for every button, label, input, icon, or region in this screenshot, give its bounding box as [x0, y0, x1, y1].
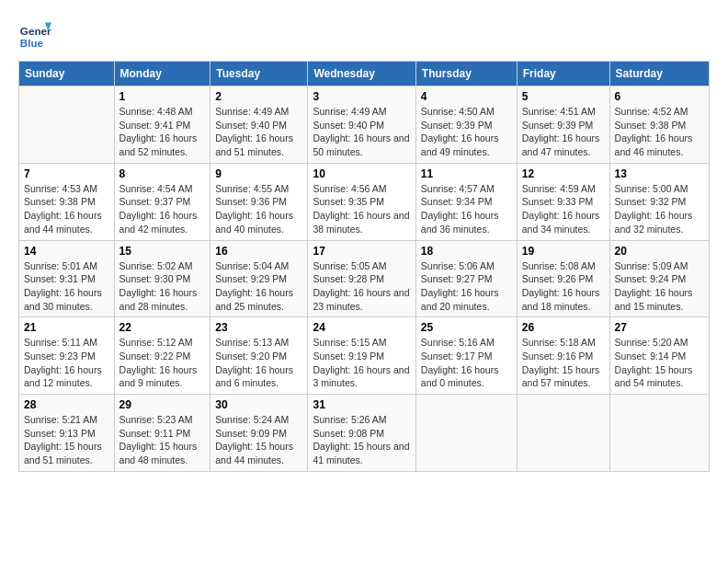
day-info: Sunrise: 5:23 AMSunset: 9:11 PMDaylight:… — [119, 413, 206, 467]
day-number: 11 — [421, 167, 512, 180]
day-info: Sunrise: 4:56 AMSunset: 9:35 PMDaylight:… — [313, 182, 410, 236]
calendar-cell: 15Sunrise: 5:02 AMSunset: 9:30 PMDayligh… — [114, 240, 210, 317]
day-info: Sunrise: 5:06 AMSunset: 9:27 PMDaylight:… — [421, 259, 512, 314]
day-number: 3 — [313, 90, 410, 103]
weekday-header: Sunday — [19, 62, 115, 86]
day-info: Sunrise: 4:55 AMSunset: 9:36 PMDaylight:… — [215, 182, 302, 236]
day-info: Sunrise: 5:08 AMSunset: 9:26 PMDaylight:… — [522, 259, 605, 314]
day-number: 1 — [119, 90, 206, 103]
calendar-cell: 12Sunrise: 4:59 AMSunset: 9:33 PMDayligh… — [517, 163, 609, 240]
svg-text:Blue: Blue — [20, 37, 44, 49]
day-number: 15 — [119, 245, 206, 258]
calendar-cell: 3Sunrise: 4:49 AMSunset: 9:40 PMDaylight… — [308, 86, 415, 164]
calendar-table: SundayMondayTuesdayWednesdayThursdayFrid… — [18, 61, 710, 472]
calendar-cell — [19, 86, 115, 164]
day-number: 21 — [24, 321, 109, 334]
day-info: Sunrise: 5:04 AMSunset: 9:29 PMDaylight:… — [215, 259, 302, 314]
day-number: 2 — [215, 90, 302, 103]
day-number: 6 — [615, 90, 704, 103]
weekday-header: Saturday — [609, 62, 709, 86]
day-info: Sunrise: 5:20 AMSunset: 9:14 PMDaylight:… — [615, 336, 704, 390]
day-number: 28 — [24, 398, 109, 411]
day-info: Sunrise: 4:54 AMSunset: 9:37 PMDaylight:… — [119, 182, 206, 236]
weekday-header: Wednesday — [308, 62, 415, 86]
calendar-cell: 22Sunrise: 5:12 AMSunset: 9:22 PMDayligh… — [114, 317, 210, 395]
logo: General Blue — [18, 18, 55, 52]
day-info: Sunrise: 5:00 AMSunset: 9:32 PMDaylight:… — [615, 182, 704, 236]
calendar-cell: 26Sunrise: 5:18 AMSunset: 9:16 PMDayligh… — [517, 317, 609, 395]
weekday-header: Friday — [517, 62, 609, 86]
calendar-cell: 17Sunrise: 5:05 AMSunset: 9:28 PMDayligh… — [308, 240, 415, 317]
calendar-cell — [517, 395, 609, 472]
day-info: Sunrise: 5:18 AMSunset: 9:16 PMDaylight:… — [522, 336, 605, 390]
day-info: Sunrise: 4:53 AMSunset: 9:38 PMDaylight:… — [24, 182, 109, 236]
day-number: 5 — [522, 90, 605, 103]
day-info: Sunrise: 4:59 AMSunset: 9:33 PMDaylight:… — [522, 182, 605, 236]
day-info: Sunrise: 5:15 AMSunset: 9:19 PMDaylight:… — [313, 336, 410, 390]
day-info: Sunrise: 4:57 AMSunset: 9:34 PMDaylight:… — [421, 182, 512, 236]
calendar-cell: 29Sunrise: 5:23 AMSunset: 9:11 PMDayligh… — [114, 395, 210, 472]
calendar-cell: 13Sunrise: 5:00 AMSunset: 9:32 PMDayligh… — [609, 163, 709, 240]
calendar-cell — [609, 395, 709, 472]
calendar-cell: 31Sunrise: 5:26 AMSunset: 9:08 PMDayligh… — [308, 395, 415, 472]
weekday-header: Monday — [114, 62, 210, 86]
day-info: Sunrise: 5:26 AMSunset: 9:08 PMDaylight:… — [313, 413, 410, 467]
day-info: Sunrise: 4:49 AMSunset: 9:40 PMDaylight:… — [215, 105, 302, 159]
calendar-cell: 7Sunrise: 4:53 AMSunset: 9:38 PMDaylight… — [19, 163, 115, 240]
day-info: Sunrise: 4:49 AMSunset: 9:40 PMDaylight:… — [313, 105, 410, 159]
calendar-cell: 28Sunrise: 5:21 AMSunset: 9:13 PMDayligh… — [19, 395, 115, 472]
calendar-cell: 1Sunrise: 4:48 AMSunset: 9:41 PMDaylight… — [114, 86, 210, 164]
weekday-header: Thursday — [415, 62, 517, 86]
day-number: 16 — [215, 245, 302, 258]
calendar-cell: 5Sunrise: 4:51 AMSunset: 9:39 PMDaylight… — [517, 86, 609, 164]
page-header: General Blue — [18, 18, 710, 52]
day-number: 22 — [119, 321, 206, 334]
calendar-cell: 11Sunrise: 4:57 AMSunset: 9:34 PMDayligh… — [415, 163, 517, 240]
day-number: 9 — [215, 167, 302, 180]
calendar-cell: 24Sunrise: 5:15 AMSunset: 9:19 PMDayligh… — [308, 317, 415, 395]
day-info: Sunrise: 5:05 AMSunset: 9:28 PMDaylight:… — [313, 259, 410, 314]
calendar-cell: 27Sunrise: 5:20 AMSunset: 9:14 PMDayligh… — [609, 317, 709, 395]
day-info: Sunrise: 5:24 AMSunset: 9:09 PMDaylight:… — [215, 413, 302, 467]
day-info: Sunrise: 5:11 AMSunset: 9:23 PMDaylight:… — [24, 336, 109, 390]
day-number: 19 — [522, 245, 605, 258]
day-info: Sunrise: 5:01 AMSunset: 9:31 PMDaylight:… — [24, 259, 109, 314]
day-info: Sunrise: 4:48 AMSunset: 9:41 PMDaylight:… — [119, 105, 206, 159]
day-info: Sunrise: 4:51 AMSunset: 9:39 PMDaylight:… — [522, 105, 605, 159]
day-number: 23 — [215, 321, 302, 334]
calendar-cell: 16Sunrise: 5:04 AMSunset: 9:29 PMDayligh… — [210, 240, 308, 317]
day-number: 31 — [313, 398, 410, 411]
day-info: Sunrise: 5:02 AMSunset: 9:30 PMDaylight:… — [119, 259, 206, 314]
day-info: Sunrise: 5:12 AMSunset: 9:22 PMDaylight:… — [119, 336, 206, 390]
weekday-header: Tuesday — [210, 62, 308, 86]
calendar-cell: 4Sunrise: 4:50 AMSunset: 9:39 PMDaylight… — [415, 86, 517, 164]
day-number: 30 — [215, 398, 302, 411]
day-info: Sunrise: 5:13 AMSunset: 9:20 PMDaylight:… — [215, 336, 302, 390]
logo-icon: General Blue — [18, 18, 51, 52]
day-number: 24 — [313, 321, 410, 334]
day-number: 14 — [24, 245, 109, 258]
day-number: 26 — [522, 321, 605, 334]
calendar-cell: 20Sunrise: 5:09 AMSunset: 9:24 PMDayligh… — [609, 240, 709, 317]
day-info: Sunrise: 4:52 AMSunset: 9:38 PMDaylight:… — [615, 105, 704, 159]
day-number: 17 — [313, 245, 410, 258]
day-number: 18 — [421, 245, 512, 258]
day-info: Sunrise: 5:09 AMSunset: 9:24 PMDaylight:… — [615, 259, 704, 314]
day-number: 27 — [615, 321, 704, 334]
calendar-cell: 30Sunrise: 5:24 AMSunset: 9:09 PMDayligh… — [210, 395, 308, 472]
day-number: 12 — [522, 167, 605, 180]
calendar-cell: 25Sunrise: 5:16 AMSunset: 9:17 PMDayligh… — [415, 317, 517, 395]
day-info: Sunrise: 5:21 AMSunset: 9:13 PMDaylight:… — [24, 413, 109, 467]
calendar-cell: 18Sunrise: 5:06 AMSunset: 9:27 PMDayligh… — [415, 240, 517, 317]
day-number: 10 — [313, 167, 410, 180]
calendar-cell: 10Sunrise: 4:56 AMSunset: 9:35 PMDayligh… — [308, 163, 415, 240]
day-number: 8 — [119, 167, 206, 180]
calendar-cell: 8Sunrise: 4:54 AMSunset: 9:37 PMDaylight… — [114, 163, 210, 240]
calendar-cell: 6Sunrise: 4:52 AMSunset: 9:38 PMDaylight… — [609, 86, 709, 164]
day-number: 25 — [421, 321, 512, 334]
calendar-cell: 9Sunrise: 4:55 AMSunset: 9:36 PMDaylight… — [210, 163, 308, 240]
day-number: 29 — [119, 398, 206, 411]
calendar-cell: 23Sunrise: 5:13 AMSunset: 9:20 PMDayligh… — [210, 317, 308, 395]
day-info: Sunrise: 5:16 AMSunset: 9:17 PMDaylight:… — [421, 336, 512, 390]
day-info: Sunrise: 4:50 AMSunset: 9:39 PMDaylight:… — [421, 105, 512, 159]
